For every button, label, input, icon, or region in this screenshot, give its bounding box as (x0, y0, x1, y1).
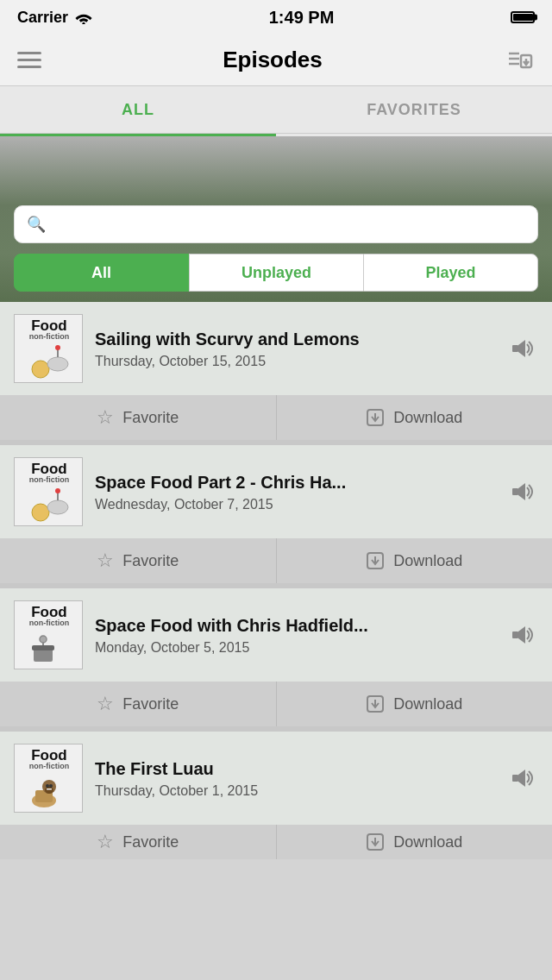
favorite-label-2: Favorite (122, 552, 179, 570)
svg-point-6 (32, 361, 49, 378)
nav-bar: Episodes (0, 35, 552, 86)
download-arrow-2 (366, 551, 385, 570)
download-label-3: Download (393, 695, 462, 713)
thumb-art-4 (27, 775, 72, 809)
episode-card: Food non-fiction Space Food with Chris H… (0, 588, 552, 726)
speaker-icon-1 (507, 333, 538, 364)
thumb-sub-3: non-fiction (29, 619, 70, 628)
download-button-4[interactable]: Download (277, 825, 553, 859)
svg-rect-36 (47, 788, 52, 790)
episode-top: Food non-fiction Sailing with Scurvy and… (0, 302, 552, 395)
tabs-container: ALL FAVORITES (0, 86, 552, 134)
star-icon-2: ☆ (97, 550, 114, 572)
episode-top: Food non-fiction Space Food with Chris H… (0, 588, 552, 682)
menu-button[interactable] (17, 52, 41, 68)
thumb-title-2: Food (31, 462, 67, 476)
thumb-sub-2: non-fiction (29, 476, 70, 485)
svg-marker-19 (518, 483, 525, 500)
svg-rect-23 (32, 645, 54, 650)
speaker-icon-3 (507, 619, 538, 650)
svg-marker-11 (518, 340, 525, 357)
battery-icon (511, 11, 535, 23)
episode-thumbnail: Food non-fiction (14, 457, 83, 526)
tabs-section: ALL FAVORITES (0, 86, 552, 136)
status-right (511, 11, 535, 23)
episode-title-3: Space Food with Chris Hadfield... (95, 614, 495, 637)
download-button-2[interactable]: Download (277, 538, 553, 583)
star-icon-1: ☆ (97, 406, 114, 429)
episode-thumbnail: Food non-fiction (14, 600, 83, 669)
filter-all-button[interactable]: All (14, 254, 189, 292)
favorite-label-3: Favorite (122, 695, 179, 713)
tab-favorites[interactable]: FAVORITES (276, 86, 552, 133)
download-button-1[interactable]: Download (277, 395, 553, 440)
episodes-list: Food non-fiction Sailing with Scurvy and… (0, 302, 552, 859)
download-arrow-1 (366, 408, 385, 427)
svg-point-17 (55, 488, 60, 493)
tab-all[interactable]: ALL (0, 86, 276, 133)
svg-rect-10 (512, 345, 518, 352)
svg-point-33 (45, 787, 53, 794)
download-button-3[interactable]: Download (277, 682, 553, 726)
status-bar: Carrier 1:49 PM (0, 0, 552, 35)
svg-rect-18 (512, 488, 518, 495)
svg-point-9 (55, 345, 60, 350)
episode-actions-3: ☆ Favorite Download (0, 682, 552, 726)
episode-top: Food non-fiction Space Food Part 2 - Chr… (0, 445, 552, 538)
thumb-art-3 (27, 631, 72, 666)
svg-marker-27 (518, 626, 525, 644)
svg-marker-38 (518, 770, 525, 787)
episode-card: Food non-fiction Space Food Part 2 - Chr… (0, 445, 552, 583)
episode-info: Sailing with Scurvy and Lemons Thursday,… (95, 328, 495, 369)
thumb-sub-1: non-fiction (29, 333, 70, 342)
page-title: Episodes (223, 47, 323, 73)
episode-title-4: The First Luau (95, 757, 495, 780)
search-input[interactable] (54, 217, 525, 232)
status-left: Carrier (17, 9, 92, 27)
filter-bar: All Unplayed Played (0, 254, 552, 302)
favorite-button-3[interactable]: ☆ Favorite (0, 682, 277, 726)
wifi-icon (75, 10, 92, 24)
search-section: 🔍 (0, 205, 552, 254)
svg-point-7 (47, 357, 68, 371)
svg-point-15 (47, 500, 68, 514)
episode-card: Food non-fiction (0, 732, 552, 859)
status-time: 1:49 PM (269, 8, 335, 28)
svg-rect-37 (512, 775, 518, 782)
search-icon: 🔍 (27, 215, 46, 234)
episode-top: Food non-fiction (0, 732, 552, 825)
episode-info: Space Food Part 2 - Chris Ha... Wednesda… (95, 471, 495, 512)
speaker-icon-4 (507, 763, 538, 794)
favorite-button-2[interactable]: ☆ Favorite (0, 538, 277, 583)
favorite-button-4[interactable]: ☆ Favorite (0, 825, 277, 859)
episode-info: The First Luau Thursday, October 1, 2015 (95, 757, 495, 799)
filter-unplayed-button[interactable]: Unplayed (189, 254, 363, 292)
filter-played-button[interactable]: Played (363, 254, 538, 292)
episode-info: Space Food with Chris Hadfield... Monday… (95, 614, 495, 656)
thumb-title-1: Food (31, 318, 67, 333)
download-label-2: Download (393, 552, 462, 570)
thumb-title-3: Food (31, 605, 67, 619)
download-label-4: Download (393, 833, 462, 851)
favorite-button-1[interactable]: ☆ Favorite (0, 395, 277, 440)
thumb-title-4: Food (31, 748, 67, 763)
thumb-sub-4: non-fiction (29, 763, 70, 771)
art-bg-strip (0, 136, 552, 205)
download-arrow-4 (366, 832, 385, 851)
speaker-icon-2 (507, 476, 538, 507)
episode-date-2: Wednesday, October 7, 2015 (95, 497, 495, 512)
star-icon-4: ☆ (97, 831, 114, 853)
svg-point-0 (82, 22, 85, 24)
thumb-art-1 (27, 345, 72, 380)
episode-actions-4: ☆ Favorite Download (0, 825, 552, 859)
favorite-label-4: Favorite (122, 833, 179, 851)
episode-actions-1: ☆ Favorite Download (0, 395, 552, 440)
star-icon-3: ☆ (97, 693, 114, 715)
episode-date-4: Thursday, October 1, 2015 (95, 783, 495, 799)
favorite-label-1: Favorite (122, 409, 179, 427)
episode-title-1: Sailing with Scurvy and Lemons (95, 328, 495, 350)
svg-point-35 (49, 784, 53, 788)
episode-actions-2: ☆ Favorite Download (0, 538, 552, 583)
download-queue-button[interactable] (504, 45, 535, 76)
search-bar: 🔍 (14, 205, 538, 243)
